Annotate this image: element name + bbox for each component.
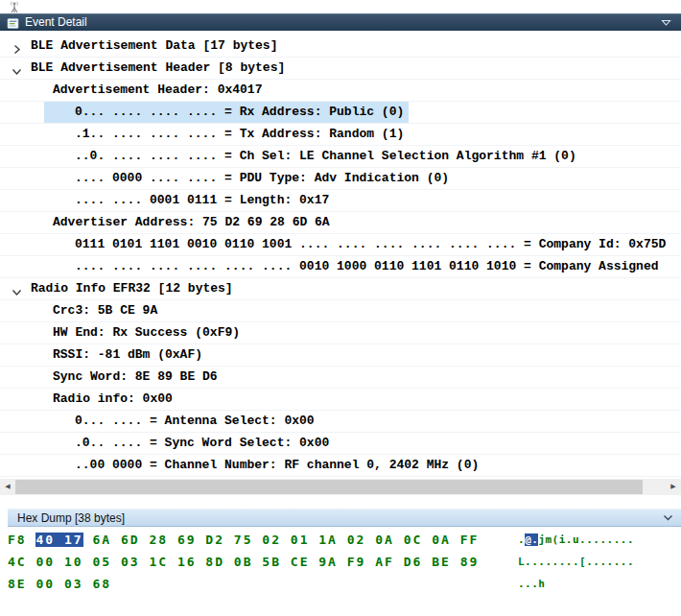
tree-row[interactable]: HW End: Rx Success (0xF9) <box>0 322 681 344</box>
hex-ascii[interactable]: L........[....... <box>518 551 634 573</box>
tree-row[interactable]: .0.. .... = Sync Word Select: 0x00 <box>0 433 681 455</box>
top-strip <box>0 0 681 13</box>
hex-ascii[interactable]: ...h <box>518 573 546 595</box>
tree-row-text: .... .... 0001 0111 = Length: 0x17 <box>75 190 329 211</box>
tree-row-text: BLE Advertisement Header [8 bytes] <box>31 58 285 79</box>
scrollbar-thumb[interactable] <box>15 480 643 494</box>
hex-ascii[interactable]: .@.jm(i.u........ <box>518 529 634 551</box>
scroll-left-arrow-icon[interactable]: ◀ <box>0 479 15 495</box>
tree-row-text: 0... .... = Antenna Select: 0x00 <box>75 411 315 432</box>
tree-row[interactable]: 0... .... = Antenna Select: 0x00 <box>0 411 681 433</box>
tree-row-text: Crc3: 5B CE 9A <box>53 300 157 321</box>
tree-row[interactable]: 0... .... .... .... = Rx Address: Public… <box>0 102 681 124</box>
event-detail-tree: BLE Advertisement Data [17 bytes] BLE Ad… <box>0 32 681 477</box>
tree-row[interactable]: Crc3: 5B CE 9A <box>0 300 681 322</box>
tree-row-text: Sync Word: 8E 89 BE D6 <box>53 367 218 388</box>
event-detail-icon <box>7 16 19 29</box>
tree-row[interactable]: Sync Word: 8E 89 BE D6 <box>0 367 681 389</box>
hex-bytes[interactable]: 8E 00 03 68 <box>8 573 111 595</box>
tree-row-text: Radio Info EFR32 [12 bytes] <box>31 278 233 299</box>
tree-row[interactable]: RSSI: -81 dBm (0xAF) <box>0 344 681 367</box>
tree-row[interactable]: Advertisement Header: 0x4017 <box>0 80 681 102</box>
hex-dump-collapse-chevron-icon[interactable] <box>660 511 675 524</box>
hex-bytes[interactable]: F8 40 17 6A 6D 28 69 D2 75 02 01 1A 02 0… <box>8 529 479 551</box>
hex-dump-title: Hex Dump [38 bytes] <box>8 511 660 525</box>
hex-row: 4C 00 10 05 03 1C 16 8D 0B 5B CE 9A F9 A… <box>0 551 681 573</box>
tree-row[interactable]: ..00 0000 = Channel Number: RF channel 0… <box>0 455 681 477</box>
hex-bytes[interactable]: 4C 00 10 05 03 1C 16 8D 0B 5B CE 9A F9 A… <box>8 551 479 573</box>
tree-row-text: 0111 0101 1101 0010 0110 1001 .... .... … <box>75 234 666 255</box>
tree-row-text: BLE Advertisement Data [17 bytes] <box>31 36 277 57</box>
tree-row-text: .... 0000 .... .... = PDU Type: Adv Indi… <box>75 168 449 189</box>
hex-dump-body: F8 40 17 6A 6D 28 69 D2 75 02 01 1A 02 0… <box>0 529 681 595</box>
tree-expand-chevron-icon[interactable] <box>12 41 22 52</box>
tree-row[interactable]: BLE Advertisement Header [8 bytes] <box>0 58 681 80</box>
hex-row: 8E 00 03 68 ...h <box>0 573 681 595</box>
tree-expand-chevron-icon[interactable] <box>12 284 22 295</box>
hex-dump-header: Hex Dump [38 bytes] <box>8 509 681 527</box>
tree-row[interactable]: .... .... 0001 0111 = Length: 0x17 <box>0 190 681 212</box>
tree-row-text: Advertisement Header: 0x4017 <box>53 80 262 101</box>
tree-row-text: RSSI: -81 dBm (0xAF) <box>53 344 202 366</box>
scroll-right-arrow-icon[interactable]: ▶ <box>666 479 681 495</box>
tree-row-text: .1.. .... .... .... = Tx Address: Random… <box>75 124 404 145</box>
tree-row[interactable]: BLE Advertisement Data [17 bytes] <box>0 36 681 58</box>
view-menu-triangle-icon[interactable] <box>658 15 674 30</box>
tree-row[interactable]: Radio info: 0x00 <box>0 389 681 411</box>
tree-row-text: 0... .... .... .... = Rx Address: Public… <box>44 102 409 123</box>
tree-row[interactable]: 0111 0101 1101 0010 0110 1001 .... .... … <box>0 234 681 256</box>
tree-row-text: ..00 0000 = Channel Number: RF channel 0… <box>75 455 479 476</box>
event-detail-titlebar: Event Detail <box>0 13 681 31</box>
tree-row-text: ..0. .... .... .... = Ch Sel: LE Channel… <box>75 146 576 167</box>
hex-selected-bytes[interactable]: 40 17 <box>35 533 82 547</box>
hex-selected-bytes[interactable]: @. <box>525 533 538 546</box>
hex-row: F8 40 17 6A 6D 28 69 D2 75 02 01 1A 02 0… <box>0 529 681 551</box>
tree-row-text: .... .... .... .... .... .... 0010 1000 … <box>75 256 659 277</box>
tree-row[interactable]: .... 0000 .... .... = PDU Type: Adv Indi… <box>0 168 681 190</box>
tree-row-text: Radio info: 0x00 <box>53 389 173 410</box>
tree-row[interactable]: Radio Info EFR32 [12 bytes] <box>0 278 681 300</box>
tree-row[interactable]: .1.. .... .... .... = Tx Address: Random… <box>0 124 681 146</box>
tree-row-text: .0.. .... = Sync Word Select: 0x00 <box>75 433 329 454</box>
tree-row[interactable]: .... .... .... .... .... .... 0010 1000 … <box>0 256 681 278</box>
tree-row[interactable]: ..0. .... .... .... = Ch Sel: LE Channel… <box>0 146 681 168</box>
tree-expand-chevron-icon[interactable] <box>12 63 22 74</box>
horizontal-scrollbar[interactable]: ◀ ▶ <box>0 479 681 495</box>
tree-row-text: Advertiser Address: 75 D2 69 28 6D 6A <box>53 212 330 233</box>
scrollbar-track[interactable] <box>15 479 666 495</box>
panel-title: Event Detail <box>25 15 658 29</box>
tree-row-text: HW End: Rx Success (0xF9) <box>53 322 240 344</box>
partial-window-icon <box>7 0 22 12</box>
tree-row[interactable]: Advertiser Address: 75 D2 69 28 6D 6A <box>0 212 681 234</box>
